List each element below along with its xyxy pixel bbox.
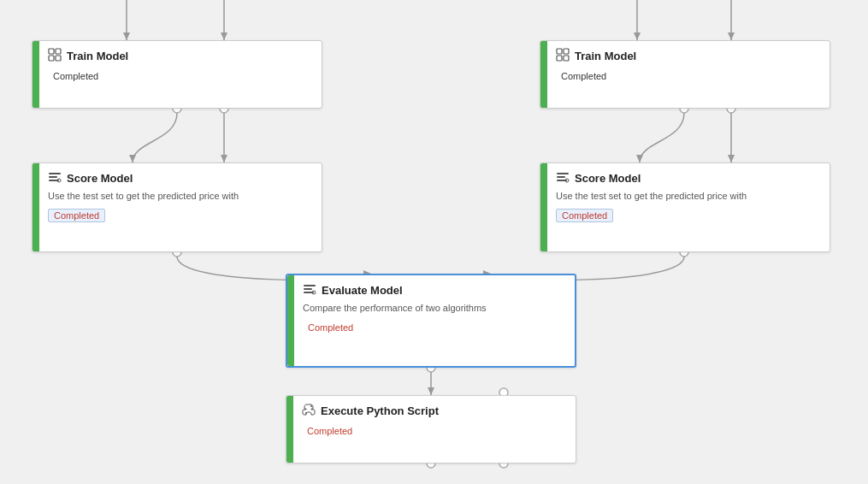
node-title: Evaluate Model (303, 282, 566, 298)
svg-rect-35 (49, 176, 57, 178)
train-model-right-title: Train Model (575, 50, 636, 62)
evaluate-model-title: Evaluate Model (322, 284, 403, 297)
svg-rect-43 (304, 288, 312, 290)
svg-rect-39 (557, 176, 565, 178)
node-accent (540, 41, 547, 108)
svg-rect-32 (557, 56, 562, 61)
train-model-right-status: Completed (556, 70, 611, 82)
node-accent (540, 163, 547, 251)
svg-marker-11 (221, 155, 227, 162)
score-model-left-desc: Use the test set to get the predicted pr… (48, 190, 313, 202)
node-title: Score Model (556, 170, 821, 186)
svg-rect-34 (49, 173, 61, 174)
node-content: Evaluate Model Compare the performance o… (294, 275, 575, 366)
node-accent (32, 163, 39, 251)
node-accent (287, 275, 294, 366)
svg-rect-28 (49, 56, 54, 61)
svg-rect-27 (56, 49, 61, 54)
node-content: Score Model Use the test set to get the … (547, 163, 830, 251)
score-model-right-node[interactable]: Score Model Use the test set to get the … (540, 162, 830, 252)
score-model-icon (48, 170, 62, 186)
svg-point-47 (310, 405, 312, 407)
execute-python-node[interactable]: Execute Python Script Completed (286, 395, 576, 463)
svg-rect-29 (56, 56, 61, 61)
evaluate-model-desc: Compare the performance of two algorithm… (303, 302, 566, 314)
svg-marker-3 (221, 32, 227, 40)
train-model-left-node[interactable]: Train Model Completed (32, 40, 322, 109)
evaluate-model-node[interactable]: Evaluate Model Compare the performance o… (286, 274, 576, 368)
svg-marker-10 (129, 155, 136, 162)
node-title: Score Model (48, 170, 313, 186)
svg-marker-15 (728, 155, 735, 162)
score-model-left-status: Completed (48, 209, 105, 222)
score-model-icon (556, 170, 570, 186)
train-model-left-status: Completed (48, 70, 103, 82)
svg-point-46 (305, 412, 307, 414)
node-content: Train Model Completed (547, 41, 830, 108)
svg-marker-7 (728, 32, 735, 40)
train-model-left-title: Train Model (67, 50, 128, 62)
node-content: Execute Python Script Completed (293, 396, 576, 463)
score-model-right-desc: Use the test set to get the predicted pr… (556, 190, 821, 202)
svg-marker-23 (428, 387, 434, 395)
train-model-icon (556, 48, 570, 64)
evaluate-model-icon (303, 282, 316, 298)
node-title: Execute Python Script (302, 403, 567, 419)
svg-marker-14 (636, 155, 643, 162)
score-model-left-title: Score Model (67, 172, 133, 185)
svg-marker-5 (634, 32, 641, 40)
score-model-right-status: Completed (556, 209, 613, 222)
train-model-icon (48, 48, 62, 64)
score-model-right-title: Score Model (575, 172, 641, 185)
workflow-canvas: Train Model Completed Train Model Comple… (0, 0, 868, 484)
svg-marker-1 (123, 32, 130, 40)
evaluate-model-status: Completed (303, 322, 358, 333)
node-content: Score Model Use the test set to get the … (39, 163, 322, 251)
execute-python-icon (302, 403, 316, 419)
svg-rect-42 (304, 285, 316, 286)
svg-rect-31 (564, 49, 569, 54)
execute-python-title: Execute Python Script (321, 404, 439, 417)
score-model-left-node[interactable]: Score Model Use the test set to get the … (32, 162, 322, 252)
node-accent (32, 41, 39, 108)
node-title: Train Model (48, 48, 313, 64)
node-title: Train Model (556, 48, 821, 64)
node-accent (286, 396, 293, 463)
svg-rect-38 (557, 173, 569, 174)
execute-python-status: Completed (302, 425, 357, 437)
node-content: Train Model Completed (39, 41, 322, 108)
train-model-right-node[interactable]: Train Model Completed (540, 40, 830, 109)
svg-rect-33 (564, 56, 569, 61)
svg-rect-30 (557, 49, 562, 54)
svg-rect-26 (49, 49, 54, 54)
